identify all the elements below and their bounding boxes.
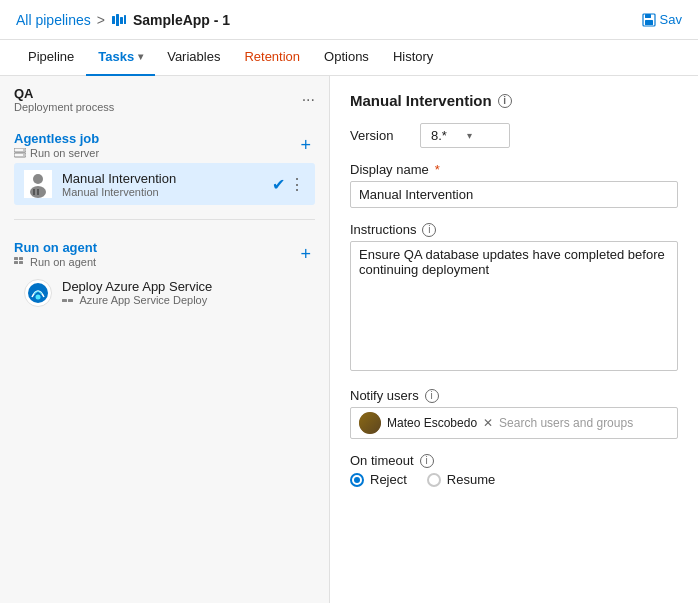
main-layout: QA Deployment process ··· Agentless job — [0, 76, 698, 603]
reject-radio[interactable] — [350, 473, 364, 487]
reject-radio-dot — [354, 477, 360, 483]
notify-users-input[interactable]: Mateo Escobedo ✕ Search users and groups — [350, 407, 678, 439]
svg-rect-6 — [645, 20, 653, 25]
deploy-azure-name: Deploy Azure App Service — [62, 279, 305, 294]
reject-option[interactable]: Reject — [350, 472, 407, 487]
resume-radio[interactable] — [427, 473, 441, 487]
agentless-job-title[interactable]: Agentless job — [14, 131, 99, 146]
tab-history[interactable]: History — [381, 40, 445, 76]
agentless-job-info: Agentless job Run on server — [14, 131, 99, 159]
instructions-group: Instructions i Ensure QA database update… — [350, 222, 678, 374]
manual-intervention-icon-wrap — [24, 170, 52, 198]
svg-rect-18 — [19, 261, 23, 264]
deploy-azure-info: Deploy Azure App Service Azure App Servi… — [62, 279, 305, 306]
header: All pipelines > SampleApp - 1 Sav — [0, 0, 698, 40]
user-tag: Mateo Escobedo — [387, 416, 477, 430]
pipeline-name: SampleApp - 1 — [133, 12, 230, 28]
notify-info-icon[interactable]: i — [425, 389, 439, 403]
svg-rect-13 — [33, 189, 35, 195]
manual-intervention-info: Manual Intervention Manual Intervention — [62, 171, 262, 198]
right-panel: Manual Intervention i Version 8.* ▾ Disp… — [330, 76, 698, 603]
instructions-info-icon[interactable]: i — [422, 223, 436, 237]
instructions-textarea[interactable]: Ensure QA database updates have complete… — [350, 241, 678, 371]
deploy-azure-task[interactable]: Deploy Azure App Service Azure App Servi… — [14, 272, 315, 314]
instructions-label: Instructions i — [350, 222, 678, 237]
version-dropdown[interactable]: 8.* ▾ — [420, 123, 510, 148]
save-button[interactable]: Sav — [642, 12, 682, 27]
svg-point-10 — [23, 154, 25, 156]
person-intervention-icon — [24, 170, 52, 198]
version-label: Version — [350, 128, 410, 143]
deploy-azure-sub: Azure App Service Deploy — [62, 294, 305, 306]
task-dots-button[interactable]: ⋮ — [289, 175, 305, 194]
agentless-job-header: Agentless job Run on server + — [14, 123, 315, 161]
save-icon — [642, 13, 656, 27]
run-on-agent-section: Run on agent Run on agent + — [0, 226, 329, 322]
tab-retention[interactable]: Retention — [232, 40, 312, 76]
svg-rect-2 — [120, 17, 123, 24]
tab-tasks[interactable]: Tasks ▾ — [86, 40, 155, 76]
nav-tabs: Pipeline Tasks ▾ Variables Retention Opt… — [0, 40, 698, 76]
run-on-agent-info: Run on agent Run on agent — [14, 240, 97, 268]
pipeline-icon — [111, 12, 127, 28]
notify-users-group: Notify users i Mateo Escobedo ✕ Search u… — [350, 388, 678, 439]
tab-pipeline[interactable]: Pipeline — [16, 40, 86, 76]
version-value: 8.* — [431, 128, 447, 143]
user-avatar-image — [359, 412, 381, 434]
svg-rect-1 — [116, 14, 119, 26]
manual-intervention-task[interactable]: Manual Intervention Manual Intervention … — [14, 163, 315, 205]
reject-label: Reject — [370, 472, 407, 487]
svg-rect-22 — [68, 299, 73, 302]
user-remove-button[interactable]: ✕ — [483, 416, 493, 430]
stage-name: QA — [14, 86, 114, 101]
save-label: Sav — [660, 12, 682, 27]
resume-option[interactable]: Resume — [427, 472, 495, 487]
timeout-radio-group: Reject Resume — [350, 472, 678, 487]
deploy-sub-icon — [62, 297, 74, 307]
display-name-label: Display name * — [350, 162, 678, 177]
panel-title: Manual Intervention i — [350, 92, 678, 109]
tasks-dropdown-arrow: ▾ — [138, 51, 143, 62]
stage-header: QA Deployment process ··· — [0, 76, 329, 117]
breadcrumb-link[interactable]: All pipelines — [16, 12, 91, 28]
title-info-icon[interactable]: i — [498, 94, 512, 108]
timeout-info-icon[interactable]: i — [420, 454, 434, 468]
notify-search-placeholder[interactable]: Search users and groups — [499, 416, 633, 430]
required-star: * — [435, 162, 440, 177]
svg-rect-14 — [37, 189, 39, 195]
manual-intervention-actions: ✔ ⋮ — [272, 175, 305, 194]
agentless-job-section: Agentless job Run on server + — [0, 117, 329, 213]
svg-point-20 — [36, 295, 41, 300]
add-agentless-task-button[interactable]: + — [296, 136, 315, 154]
stage-info: QA Deployment process — [14, 86, 114, 113]
svg-point-19 — [28, 283, 48, 303]
svg-point-11 — [33, 174, 43, 184]
task-check-icon: ✔ — [272, 175, 285, 194]
server-icon — [14, 148, 26, 158]
run-on-agent-subtitle: Run on agent — [14, 256, 97, 268]
agentless-job-subtitle: Run on server — [14, 147, 99, 159]
on-timeout-group: On timeout i Reject Resume — [350, 453, 678, 487]
tab-options[interactable]: Options — [312, 40, 381, 76]
tab-variables[interactable]: Variables — [155, 40, 232, 76]
svg-rect-0 — [112, 16, 115, 24]
header-left: All pipelines > SampleApp - 1 — [16, 12, 230, 28]
display-name-input[interactable] — [350, 181, 678, 208]
resume-label: Resume — [447, 472, 495, 487]
stage-menu-button[interactable]: ··· — [302, 92, 315, 108]
user-avatar — [359, 412, 381, 434]
display-name-group: Display name * — [350, 162, 678, 208]
svg-rect-21 — [62, 299, 67, 302]
svg-rect-3 — [124, 15, 126, 24]
version-dropdown-arrow: ▾ — [467, 130, 472, 141]
manual-intervention-name: Manual Intervention — [62, 171, 262, 186]
notify-users-label: Notify users i — [350, 388, 678, 403]
manual-intervention-sub: Manual Intervention — [62, 186, 262, 198]
version-row: Version 8.* ▾ — [350, 123, 678, 148]
run-on-agent-title[interactable]: Run on agent — [14, 240, 97, 255]
svg-rect-15 — [14, 257, 18, 260]
left-panel: QA Deployment process ··· Agentless job — [0, 76, 330, 603]
svg-rect-5 — [645, 14, 651, 18]
add-agent-task-button[interactable]: + — [296, 245, 315, 263]
svg-rect-17 — [14, 261, 18, 264]
